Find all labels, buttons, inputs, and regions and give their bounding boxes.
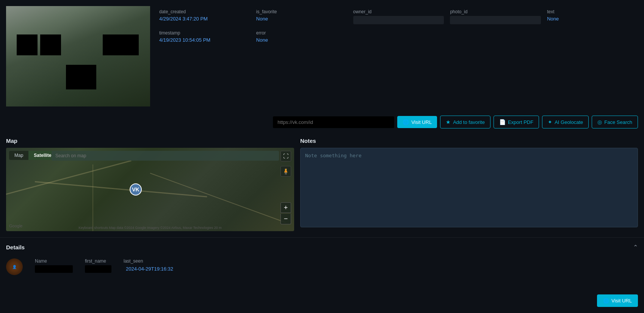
map-container[interactable]: VK Google Keyboard shortcuts Map data ©2… <box>6 148 294 231</box>
top-section: date_created 4/29/2024 3:47:20 PM is_fav… <box>0 0 644 113</box>
text-field: text None <box>547 9 638 24</box>
details-title: Details <box>6 244 25 250</box>
name-value <box>35 265 73 273</box>
avatar-image: 👤 <box>6 258 23 275</box>
ai-geolocate-button[interactable]: ✦ AI Geolocate <box>542 116 589 128</box>
redaction-box-2 <box>40 34 61 55</box>
photo-image <box>6 6 150 106</box>
photo-id-field: photo_id <box>450 9 541 24</box>
map-fullscreen-button[interactable]: ⛶ <box>280 151 291 161</box>
url-input[interactable] <box>273 116 394 128</box>
pdf-icon: 📄 <box>499 119 506 125</box>
owner-id-label: owner_id <box>353 9 444 14</box>
error-field: error None <box>256 30 347 43</box>
star-icon: ★ <box>446 119 451 125</box>
middle-section: Map VK Google Keyboard shortcuts Map dat… <box>0 131 644 237</box>
name-field: Name <box>35 258 73 273</box>
details-content: 👤 Name first_name last_seen 2024-04-29T1… <box>6 252 638 281</box>
timestamp-value: 4/19/2023 10:54:05 PM <box>159 37 250 43</box>
map-attribution: Keyboard shortcuts Map data ©2024 Google… <box>78 226 221 230</box>
face-search-button[interactable]: ◎ Face Search <box>592 116 638 128</box>
map-panel: Map VK Google Keyboard shortcuts Map dat… <box>6 138 294 231</box>
detail-avatar: 👤 <box>6 258 23 275</box>
last-seen-field: last_seen 2024-04-29T19:16:32 <box>124 258 175 273</box>
photo-container <box>6 6 150 106</box>
redaction-box-3 <box>103 34 139 55</box>
is-favorite-label: is_favorite <box>256 9 347 14</box>
last-seen-value: 2024-04-29T19:16:32 <box>124 265 175 273</box>
notes-panel: Notes <box>300 138 638 231</box>
error-label: error <box>256 30 347 36</box>
notes-textarea[interactable] <box>300 148 638 227</box>
street-3 <box>150 173 286 223</box>
export-pdf-button[interactable]: 📄 Export PDF <box>494 116 539 128</box>
date-created-label: date_created <box>159 9 250 14</box>
details-chevron-icon: ⌃ <box>633 244 638 251</box>
first-name-value <box>85 265 111 273</box>
notes-title: Notes <box>300 138 638 144</box>
timestamp-field: timestamp 4/19/2023 10:54:05 PM <box>159 30 250 43</box>
map-search-input[interactable] <box>52 151 279 161</box>
map-tabs: Map Satellite <box>9 151 56 160</box>
street-4 <box>92 164 93 231</box>
first-name-label: first_name <box>85 258 111 264</box>
text-label: text <box>547 9 638 14</box>
owner-id-field: owner_id <box>353 9 444 24</box>
street-2 <box>35 181 207 197</box>
street-1 <box>6 160 132 195</box>
visit-url-button[interactable]: 🌐 Visit URL <box>397 116 437 128</box>
is-favorite-value: None <box>256 16 347 22</box>
url-actions-bar: 🌐 Visit URL ★ Add to favorite 📄 Export P… <box>0 113 644 131</box>
details-section: Details ⌃ 👤 Name first_name last_seen 20… <box>0 237 644 286</box>
text-value: None <box>547 16 638 22</box>
globe-icon: 🌐 <box>403 119 409 125</box>
face-search-icon: ◎ <box>597 119 602 125</box>
date-created-field: date_created 4/29/2024 3:47:20 PM <box>159 9 250 24</box>
timestamp-label: timestamp <box>159 30 250 36</box>
redaction-box-1 <box>17 34 38 55</box>
is-favorite-field: is_favorite None <box>256 9 347 24</box>
error-value: None <box>256 37 347 43</box>
map-google-label: Google <box>9 224 22 228</box>
redaction-box-4 <box>66 65 96 89</box>
location-icon: ✦ <box>548 119 552 125</box>
details-header[interactable]: Details ⌃ <box>6 242 638 252</box>
photo-id-label: photo_id <box>450 9 541 14</box>
add-to-favorite-button[interactable]: ★ Add to favorite <box>440 116 490 128</box>
map-vk-marker: VK <box>130 183 142 196</box>
bottom-visit-url-button[interactable]: 🌐 Visit URL <box>597 294 638 307</box>
first-name-field: first_name <box>85 258 111 273</box>
map-zoom-out-button[interactable]: − <box>280 214 291 224</box>
map-zoom-in-button[interactable]: + <box>280 202 291 213</box>
bottom-globe-icon: 🌐 <box>603 298 609 304</box>
map-tab-map[interactable]: Map <box>9 151 28 160</box>
date-created-value: 4/29/2024 3:47:20 PM <box>159 16 250 22</box>
owner-id-value <box>353 16 444 24</box>
map-title: Map <box>6 138 294 144</box>
metadata-section: date_created 4/29/2024 3:47:20 PM is_fav… <box>159 6 638 106</box>
photo-id-value <box>450 16 541 24</box>
last-seen-label: last_seen <box>124 258 175 264</box>
map-person-button[interactable]: 🧍 <box>280 166 291 177</box>
name-label: Name <box>35 258 73 264</box>
